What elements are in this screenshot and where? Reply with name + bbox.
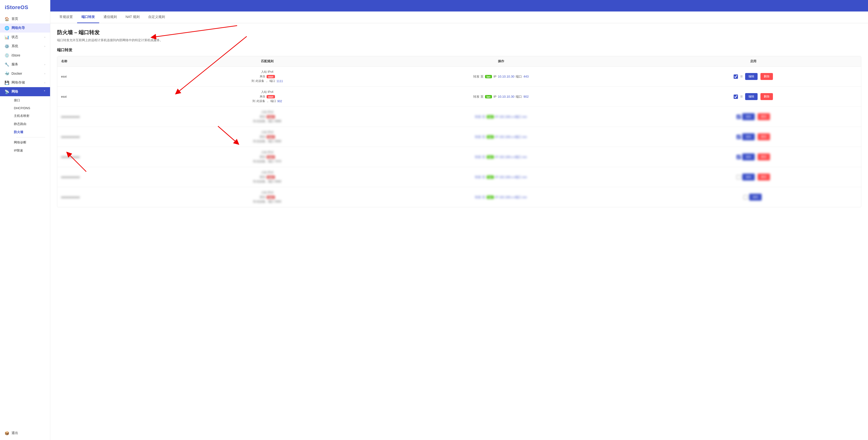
sidebar-item-service[interactable]: 🔧 服务 › xyxy=(0,60,50,69)
docker-arrow-icon: › xyxy=(44,72,45,75)
page-desc: 端口转发允许互联网上的远程计算机连接到内部网络中的特定计算机或服务。 xyxy=(57,38,861,42)
sidebar-item-network-diag-label: 网络诊断 xyxy=(14,140,26,145)
content-area: 常规设置 端口转发 通信规则 NAT 规则 自定义规则 xyxy=(50,11,868,440)
table-row: esxi 入站 IPv4 来自 wan xyxy=(57,67,861,87)
network-storage-arrow-icon: › xyxy=(44,81,45,84)
sidebar-item-status-label: 状态 xyxy=(11,35,18,39)
blurred-row5-name: xxxxxxxxxxxx xyxy=(57,187,178,207)
row1-wan-badge: wan xyxy=(267,75,275,78)
tab-nat-rules[interactable]: NAT 规则 xyxy=(121,11,144,23)
row2-match: 入站 IPv4 来自 wan 到 此设备，端口 xyxy=(178,87,356,107)
page-body: 防火墙 – 端口转发 端口转发允许互联网上的远程计算机连接到内部网络中的特定计算… xyxy=(50,23,868,213)
tab-general[interactable]: 常规设置 xyxy=(55,11,77,23)
blurred-row5-enable: 编辑 xyxy=(646,187,861,207)
row2-enable: ≡ 编辑 删除 xyxy=(646,87,861,107)
row1-more-btn[interactable]: ≡ xyxy=(739,74,744,79)
row2-match-from: 来自 wan xyxy=(260,95,275,99)
sidebar-item-system[interactable]: ⚙️ 系统 › xyxy=(0,42,50,51)
sidebar-item-network-diag[interactable]: 网络诊断 xyxy=(11,138,50,147)
main-content: 常规设置 端口转发 通信规则 NAT 规则 自定义规则 xyxy=(50,0,868,440)
tab-custom-rules[interactable]: 自定义规则 xyxy=(144,11,169,23)
blurred-row2-fwd: 转发 至 lan IP 192.168.x.x端口 xxx xyxy=(356,127,646,147)
table-row: xxxxxxxxxxxx 入站 IPv4 来自 wan 到 此设备，端口 606… xyxy=(57,167,861,187)
sidebar-item-network[interactable]: 📡 网络 ˅ xyxy=(0,87,50,96)
row1-match-ipv4: 入站 IPv4 xyxy=(261,70,273,74)
row2-edit-btn[interactable]: 编辑 xyxy=(745,93,757,100)
sidebar: iStoreOS 🏠 首页 🌐 网络向导 📊 状态 › ⚙️ 系统 › 💿 iS… xyxy=(0,0,50,440)
row2-checkbox[interactable] xyxy=(734,95,738,99)
sidebar-item-network-storage-label: 网络存储 xyxy=(11,81,25,85)
topbar xyxy=(50,0,868,11)
sidebar-item-home-label: 首页 xyxy=(11,17,18,21)
table-row: xxxxxxxxxxxx 入站 IPv4 来自 wan 到 此设备，端口 707… xyxy=(57,147,861,167)
blurred-row2-name: xxxxxxxxxxxx xyxy=(57,127,178,147)
section-title: 端口转发 xyxy=(57,48,861,53)
row2-more-btn[interactable]: ≡ xyxy=(739,94,744,99)
blurred-row3-enable: 编辑 删除 xyxy=(646,147,861,167)
sidebar-item-docker[interactable]: 🐳 Docker › xyxy=(0,69,50,78)
sidebar-item-dhcp-dns[interactable]: DHCP/DNS xyxy=(11,104,50,112)
row1-checkbox[interactable] xyxy=(734,74,738,79)
port-forward-table: 名称 匹配规则 操作 启用 esxi xyxy=(57,56,861,207)
row2-action-cell: ≡ 编辑 删除 xyxy=(649,93,857,100)
table-row: xxxxxxxxxxxx 入站 IPv4 来自 wan 到 此设备，端口 909… xyxy=(57,127,861,147)
sidebar-item-network-storage[interactable]: 💾 网络存储 › xyxy=(0,78,50,87)
sidebar-item-ip-limit[interactable]: IP限速 xyxy=(11,147,50,155)
sidebar-item-network-wizard-label: 网络向导 xyxy=(11,26,25,30)
blurred-row2-enable: 编辑 删除 xyxy=(646,127,861,147)
row1-match-from: 来自 wan xyxy=(260,74,275,78)
blurred-row2-match: 入站 IPv4 来自 wan 到 此设备，端口 9090 xyxy=(178,127,356,147)
row1-match-cell: 入站 IPv4 来自 wan 到 此设备，端口 xyxy=(182,70,352,83)
system-arrow-icon: › xyxy=(44,45,45,48)
sidebar-item-firewall-label: 防火墙 xyxy=(14,130,23,134)
row1-lan-badge: lan xyxy=(485,75,492,78)
system-icon: ⚙️ xyxy=(5,44,9,49)
col-match: 匹配规则 xyxy=(178,56,356,67)
blurred-row1-match: 入站 IPv4 来自 wan 到 此设备，端口 8888 xyxy=(178,107,356,127)
table-row: esxi 入站 IPv4 来自 wan xyxy=(57,87,861,107)
status-icon: 📊 xyxy=(5,35,9,39)
sidebar-item-istore-label: iStore xyxy=(11,53,20,57)
exit-icon: 📦 xyxy=(5,431,9,435)
row1-enable: ≡ 编辑 删除 xyxy=(646,67,861,87)
blurred-row5-match: 入站 IPv4 来自 wan 到 此设备，端口 5050 xyxy=(178,187,356,207)
row2-wan-badge: wan xyxy=(267,95,275,98)
page-title: 防火墙 – 端口转发 xyxy=(57,29,861,36)
sidebar-item-istore[interactable]: 💿 iStore xyxy=(0,51,50,60)
blurred-row4-fwd: 转发 至 lan IP 192.168.x.x端口 xxx xyxy=(356,167,646,187)
row1-fwd: 转发 至 lan IP 10.10.10.30 端口 443 xyxy=(356,67,646,87)
sidebar-item-home[interactable]: 🏠 首页 xyxy=(0,14,50,24)
sidebar-item-exit[interactable]: 📦 退出 xyxy=(0,429,50,440)
table: 名称 匹配规则 操作 启用 esxi xyxy=(57,56,861,207)
sidebar-item-static-route[interactable]: 静态路由 xyxy=(11,120,50,128)
row2-match-to: 到 此设备，端口 902 xyxy=(252,99,282,103)
sidebar-item-hostname-mapping[interactable]: 主机名映射 xyxy=(11,112,50,120)
row2-name: esxi xyxy=(57,87,178,107)
sidebar-item-system-label: 系统 xyxy=(11,44,18,49)
sidebar-item-network-wizard[interactable]: 🌐 网络向导 xyxy=(0,24,50,33)
sidebar-sub-network: 接口 DHCP/DNS 主机名映射 静态路由 防火墙 网络诊断 IP限速 xyxy=(0,96,50,155)
row1-edit-btn[interactable]: 编辑 xyxy=(745,73,757,80)
network-icon: 📡 xyxy=(5,90,9,94)
blurred-row5-checkbox xyxy=(743,195,748,199)
tab-port-forward[interactable]: 端口转发 xyxy=(77,11,99,23)
row1-match: 入站 IPv4 来自 wan 到 此设备，端口 xyxy=(178,67,356,87)
blurred-row4-match: 入站 IPv4 来自 wan 到 此设备，端口 6060 xyxy=(178,167,356,187)
sidebar-item-status[interactable]: 📊 状态 › xyxy=(0,33,50,42)
row2-delete-btn[interactable]: 删除 xyxy=(761,93,773,100)
sidebar-item-firewall[interactable]: 防火墙 xyxy=(11,128,50,136)
blurred-row4-name: xxxxxxxxxxxx xyxy=(57,167,178,187)
blurred-row3-match: 入站 IPv4 来自 wan 到 此设备，端口 7070 xyxy=(178,147,356,167)
blurred-row1-fwd: 转发 至 lan IP 192.168.x.x端口 xxx xyxy=(356,107,646,127)
tab-traffic-rules[interactable]: 通信规则 xyxy=(99,11,121,23)
sidebar-item-interface-label: 接口 xyxy=(14,98,20,102)
row1-name: esxi xyxy=(57,67,178,87)
sidebar-item-interface[interactable]: 接口 xyxy=(11,96,50,104)
table-header-row: 名称 匹配规则 操作 启用 xyxy=(57,56,861,67)
sidebar-item-ip-limit-label: IP限速 xyxy=(14,149,23,153)
sidebar-item-static-route-label: 静态路由 xyxy=(14,122,26,126)
sidebar-item-exit-label: 退出 xyxy=(11,431,18,435)
docker-icon: 🐳 xyxy=(5,71,9,76)
blurred-row4-enable: 编辑 删除 xyxy=(646,167,861,187)
row1-delete-btn[interactable]: 删除 xyxy=(761,73,773,80)
